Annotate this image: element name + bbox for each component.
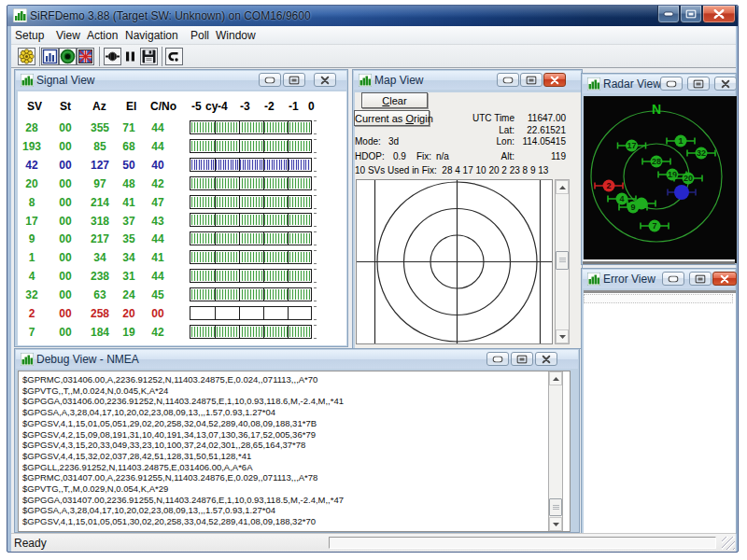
svg-text:20: 20 — [684, 174, 693, 183]
svg-text:4: 4 — [619, 194, 624, 203]
svg-text:1: 1 — [678, 136, 683, 146]
svg-text:32: 32 — [697, 148, 706, 158]
svg-text:N: N — [652, 102, 661, 117]
svg-text:2: 2 — [606, 181, 611, 190]
svg-text:17: 17 — [627, 141, 636, 150]
svg-text:28: 28 — [652, 157, 661, 166]
svg-text:7: 7 — [652, 221, 656, 231]
